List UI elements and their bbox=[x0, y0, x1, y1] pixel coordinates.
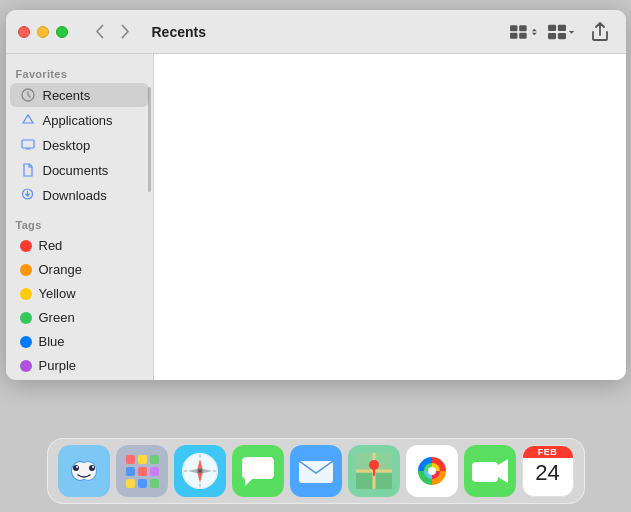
sidebar-item-applications[interactable]: Applications bbox=[10, 108, 149, 132]
svg-rect-1 bbox=[519, 25, 526, 31]
sidebar-item-purple[interactable]: Purple bbox=[10, 354, 149, 377]
svg-rect-21 bbox=[126, 455, 135, 464]
svg-rect-22 bbox=[138, 455, 147, 464]
sidebar-scrollbar-thumb bbox=[148, 87, 151, 191]
recents-icon bbox=[20, 87, 36, 103]
nav-buttons bbox=[88, 20, 138, 44]
window-body: Favorites Recents Applications bbox=[6, 54, 626, 380]
svg-rect-28 bbox=[138, 479, 147, 488]
sidebar: Favorites Recents Applications bbox=[6, 54, 154, 380]
dock-icon-facetime[interactable] bbox=[464, 445, 516, 497]
toolbar-right bbox=[510, 20, 614, 44]
dock-icon-maps[interactable] bbox=[348, 445, 400, 497]
dock-area: FEB 24 bbox=[0, 380, 631, 512]
svg-point-33 bbox=[198, 469, 202, 473]
purple-tag-label: Purple bbox=[39, 358, 77, 373]
applications-icon bbox=[20, 112, 36, 128]
title-bar: Recents bbox=[6, 10, 626, 54]
tags-label: Tags bbox=[6, 215, 153, 233]
forward-button[interactable] bbox=[114, 20, 138, 44]
desktop-label: Desktop bbox=[43, 138, 91, 153]
red-tag-label: Red bbox=[39, 238, 63, 253]
close-button[interactable] bbox=[18, 26, 30, 38]
window-title: Recents bbox=[152, 24, 206, 40]
dock-icon-finder[interactable] bbox=[58, 445, 110, 497]
blue-tag-dot bbox=[20, 336, 32, 348]
traffic-lights bbox=[18, 26, 68, 38]
blue-tag-label: Blue bbox=[39, 334, 65, 349]
dock: FEB 24 bbox=[47, 438, 585, 504]
svg-point-16 bbox=[73, 465, 79, 471]
svg-rect-6 bbox=[548, 32, 556, 38]
documents-icon bbox=[20, 162, 36, 178]
finder-window: Recents bbox=[6, 10, 626, 380]
recents-label: Recents bbox=[43, 88, 91, 103]
dock-icon-launchpad[interactable] bbox=[116, 445, 168, 497]
svg-rect-23 bbox=[150, 455, 159, 464]
downloads-label: Downloads bbox=[43, 188, 107, 203]
svg-rect-25 bbox=[138, 467, 147, 476]
svg-point-19 bbox=[92, 466, 94, 468]
svg-rect-4 bbox=[548, 24, 556, 30]
sidebar-item-recents[interactable]: Recents bbox=[10, 83, 149, 107]
svg-rect-26 bbox=[150, 467, 159, 476]
svg-rect-0 bbox=[510, 25, 517, 31]
calendar-month: FEB bbox=[523, 446, 573, 458]
downloads-icon bbox=[20, 187, 36, 203]
dock-icon-messages[interactable] bbox=[232, 445, 284, 497]
red-tag-dot bbox=[20, 240, 32, 252]
sidebar-scrollbar-track bbox=[148, 87, 151, 348]
sidebar-item-blue[interactable]: Blue bbox=[10, 330, 149, 353]
sidebar-item-documents[interactable]: Documents bbox=[10, 158, 149, 182]
svg-rect-24 bbox=[126, 467, 135, 476]
green-tag-label: Green bbox=[39, 310, 75, 325]
svg-rect-7 bbox=[557, 32, 565, 38]
documents-label: Documents bbox=[43, 163, 109, 178]
sidebar-item-grey[interactable]: Grey bbox=[10, 378, 149, 380]
svg-rect-9 bbox=[22, 140, 34, 148]
yellow-tag-dot bbox=[20, 288, 32, 300]
svg-rect-29 bbox=[150, 479, 159, 488]
sidebar-item-downloads[interactable]: Downloads bbox=[10, 183, 149, 207]
yellow-tag-label: Yellow bbox=[39, 286, 76, 301]
main-content-area bbox=[154, 54, 626, 380]
svg-rect-48 bbox=[472, 462, 498, 482]
back-button[interactable] bbox=[88, 20, 112, 44]
view-switcher-icon[interactable] bbox=[510, 20, 538, 44]
minimize-button[interactable] bbox=[37, 26, 49, 38]
view-options-icon[interactable] bbox=[548, 20, 576, 44]
svg-rect-2 bbox=[510, 32, 517, 38]
purple-tag-dot bbox=[20, 360, 32, 372]
calendar-date: 24 bbox=[535, 460, 559, 486]
orange-tag-dot bbox=[20, 264, 32, 276]
applications-label: Applications bbox=[43, 113, 113, 128]
sidebar-item-green[interactable]: Green bbox=[10, 306, 149, 329]
dock-icon-photos[interactable] bbox=[406, 445, 458, 497]
share-icon[interactable] bbox=[586, 20, 614, 44]
maximize-button[interactable] bbox=[56, 26, 68, 38]
sidebar-item-desktop[interactable]: Desktop bbox=[10, 133, 149, 157]
svg-point-46 bbox=[428, 467, 436, 475]
favorites-label: Favorites bbox=[6, 64, 153, 82]
green-tag-dot bbox=[20, 312, 32, 324]
svg-point-18 bbox=[76, 466, 78, 468]
sidebar-item-red[interactable]: Red bbox=[10, 234, 149, 257]
dock-icon-safari[interactable] bbox=[174, 445, 226, 497]
dock-icon-calendar[interactable]: FEB 24 bbox=[522, 445, 574, 497]
svg-point-17 bbox=[89, 465, 95, 471]
dock-icon-mail[interactable] bbox=[290, 445, 342, 497]
svg-rect-5 bbox=[557, 24, 565, 30]
sidebar-item-yellow[interactable]: Yellow bbox=[10, 282, 149, 305]
sidebar-item-orange[interactable]: Orange bbox=[10, 258, 149, 281]
desktop-icon bbox=[20, 137, 36, 153]
svg-rect-27 bbox=[126, 479, 135, 488]
orange-tag-label: Orange bbox=[39, 262, 82, 277]
svg-rect-3 bbox=[519, 32, 526, 38]
